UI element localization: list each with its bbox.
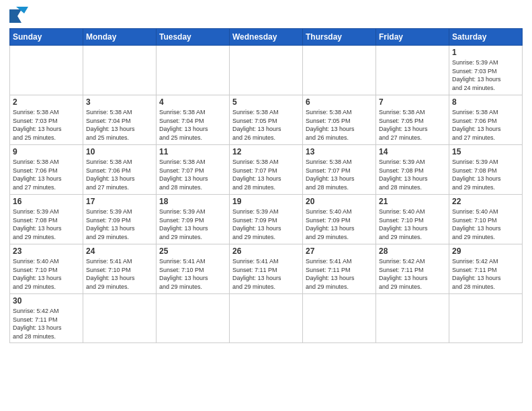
col-header-tuesday: Tuesday (157, 29, 230, 46)
calendar-cell (303, 46, 376, 95)
calendar-cell: 3Sunrise: 5:38 AM Sunset: 7:04 PM Daylig… (83, 95, 157, 145)
day-info: Sunrise: 5:38 AM Sunset: 7:04 PM Dayligh… (159, 108, 226, 142)
day-number: 5 (232, 97, 300, 107)
header (9, 7, 523, 24)
calendar-cell: 12Sunrise: 5:38 AM Sunset: 7:07 PM Dayli… (230, 145, 303, 195)
day-info: Sunrise: 5:38 AM Sunset: 7:06 PM Dayligh… (452, 108, 519, 142)
calendar-cell (449, 294, 523, 343)
day-info: Sunrise: 5:39 AM Sunset: 7:03 PM Dayligh… (452, 58, 519, 92)
col-header-monday: Monday (83, 29, 157, 46)
calendar-header-row: SundayMondayTuesdayWednesdayThursdayFrid… (10, 29, 523, 46)
calendar-cell: 7Sunrise: 5:38 AM Sunset: 7:05 PM Daylig… (376, 95, 449, 145)
day-number: 21 (379, 197, 446, 206)
day-number: 26 (232, 246, 300, 256)
col-header-friday: Friday (376, 29, 449, 46)
calendar-cell: 17Sunrise: 5:39 AM Sunset: 7:09 PM Dayli… (83, 195, 157, 244)
calendar-cell: 1Sunrise: 5:39 AM Sunset: 7:03 PM Daylig… (449, 46, 523, 95)
calendar-cell: 8Sunrise: 5:38 AM Sunset: 7:06 PM Daylig… (449, 95, 523, 145)
day-info: Sunrise: 5:42 AM Sunset: 7:11 PM Dayligh… (13, 307, 80, 340)
day-number: 6 (306, 97, 373, 107)
day-number: 8 (452, 97, 519, 107)
week-row-1: 2Sunrise: 5:38 AM Sunset: 7:03 PM Daylig… (10, 95, 523, 145)
day-number: 17 (86, 197, 153, 206)
day-number: 11 (159, 147, 226, 156)
day-number: 23 (13, 246, 80, 256)
col-header-wednesday: Wednesday (230, 29, 303, 46)
day-number: 24 (86, 246, 153, 256)
calendar-cell: 6Sunrise: 5:38 AM Sunset: 7:05 PM Daylig… (303, 95, 376, 145)
day-info: Sunrise: 5:42 AM Sunset: 7:11 PM Dayligh… (452, 257, 519, 291)
logo (9, 7, 32, 24)
calendar-cell: 29Sunrise: 5:42 AM Sunset: 7:11 PM Dayli… (449, 244, 523, 294)
day-info: Sunrise: 5:38 AM Sunset: 7:06 PM Dayligh… (13, 158, 80, 191)
day-info: Sunrise: 5:39 AM Sunset: 7:09 PM Dayligh… (86, 208, 153, 241)
calendar-cell (230, 46, 303, 95)
day-number: 1 (452, 48, 519, 57)
calendar-cell: 27Sunrise: 5:41 AM Sunset: 7:11 PM Dayli… (303, 244, 376, 294)
day-number: 18 (159, 197, 226, 206)
day-info: Sunrise: 5:38 AM Sunset: 7:05 PM Dayligh… (379, 108, 446, 142)
day-info: Sunrise: 5:39 AM Sunset: 7:08 PM Dayligh… (452, 158, 519, 191)
day-info: Sunrise: 5:38 AM Sunset: 7:06 PM Dayligh… (86, 158, 153, 191)
day-number: 14 (379, 147, 446, 156)
day-number: 19 (232, 197, 300, 206)
calendar-cell: 2Sunrise: 5:38 AM Sunset: 7:03 PM Daylig… (10, 95, 83, 145)
calendar-cell (83, 46, 157, 95)
calendar-cell (376, 294, 449, 343)
day-number: 20 (306, 197, 373, 206)
day-number: 16 (13, 197, 80, 206)
calendar-cell: 28Sunrise: 5:42 AM Sunset: 7:11 PM Dayli… (376, 244, 449, 294)
calendar-cell (10, 46, 83, 95)
calendar-cell: 15Sunrise: 5:39 AM Sunset: 7:08 PM Dayli… (449, 145, 523, 195)
calendar-cell: 21Sunrise: 5:40 AM Sunset: 7:10 PM Dayli… (376, 195, 449, 244)
calendar-cell: 24Sunrise: 5:41 AM Sunset: 7:10 PM Dayli… (83, 244, 157, 294)
day-info: Sunrise: 5:41 AM Sunset: 7:11 PM Dayligh… (306, 257, 373, 291)
day-info: Sunrise: 5:38 AM Sunset: 7:05 PM Dayligh… (232, 108, 300, 142)
day-info: Sunrise: 5:38 AM Sunset: 7:05 PM Dayligh… (306, 108, 373, 142)
day-number: 15 (452, 147, 519, 156)
calendar-cell: 22Sunrise: 5:40 AM Sunset: 7:10 PM Dayli… (449, 195, 523, 244)
calendar-cell (157, 46, 230, 95)
day-number: 29 (452, 246, 519, 256)
day-number: 9 (13, 147, 80, 156)
calendar-cell: 11Sunrise: 5:38 AM Sunset: 7:07 PM Dayli… (157, 145, 230, 195)
day-info: Sunrise: 5:38 AM Sunset: 7:04 PM Dayligh… (86, 108, 153, 142)
day-info: Sunrise: 5:41 AM Sunset: 7:10 PM Dayligh… (159, 257, 226, 291)
day-number: 30 (13, 296, 80, 306)
col-header-saturday: Saturday (449, 29, 523, 46)
calendar-cell (83, 294, 157, 343)
day-info: Sunrise: 5:41 AM Sunset: 7:10 PM Dayligh… (86, 257, 153, 291)
day-info: Sunrise: 5:39 AM Sunset: 7:09 PM Dayligh… (159, 208, 226, 241)
week-row-3: 16Sunrise: 5:39 AM Sunset: 7:08 PM Dayli… (10, 195, 523, 244)
calendar-cell: 30Sunrise: 5:42 AM Sunset: 7:11 PM Dayli… (10, 294, 83, 343)
day-number: 28 (379, 246, 446, 256)
day-info: Sunrise: 5:40 AM Sunset: 7:10 PM Dayligh… (13, 257, 80, 291)
calendar-table: SundayMondayTuesdayWednesdayThursdayFrid… (9, 28, 523, 343)
page: SundayMondayTuesdayWednesdayThursdayFrid… (0, 0, 532, 350)
calendar-cell: 10Sunrise: 5:38 AM Sunset: 7:06 PM Dayli… (83, 145, 157, 195)
day-info: Sunrise: 5:39 AM Sunset: 7:08 PM Dayligh… (379, 158, 446, 191)
day-number: 7 (379, 97, 446, 107)
svg-marker-0 (9, 9, 21, 24)
calendar-cell: 14Sunrise: 5:39 AM Sunset: 7:08 PM Dayli… (376, 145, 449, 195)
calendar-cell: 25Sunrise: 5:41 AM Sunset: 7:10 PM Dayli… (157, 244, 230, 294)
day-info: Sunrise: 5:38 AM Sunset: 7:07 PM Dayligh… (159, 158, 226, 191)
day-number: 3 (86, 97, 153, 107)
week-row-4: 23Sunrise: 5:40 AM Sunset: 7:10 PM Dayli… (10, 244, 523, 294)
day-number: 4 (159, 97, 226, 107)
calendar-cell: 26Sunrise: 5:41 AM Sunset: 7:11 PM Dayli… (230, 244, 303, 294)
day-info: Sunrise: 5:38 AM Sunset: 7:07 PM Dayligh… (232, 158, 300, 191)
day-info: Sunrise: 5:41 AM Sunset: 7:11 PM Dayligh… (232, 257, 300, 291)
day-number: 22 (452, 197, 519, 206)
day-number: 2 (13, 97, 80, 107)
day-info: Sunrise: 5:39 AM Sunset: 7:09 PM Dayligh… (232, 208, 300, 241)
calendar-cell: 13Sunrise: 5:38 AM Sunset: 7:07 PM Dayli… (303, 145, 376, 195)
day-info: Sunrise: 5:40 AM Sunset: 7:09 PM Dayligh… (306, 208, 373, 241)
logo-icon (9, 7, 30, 24)
day-number: 27 (306, 246, 373, 256)
calendar-cell: 16Sunrise: 5:39 AM Sunset: 7:08 PM Dayli… (10, 195, 83, 244)
col-header-thursday: Thursday (303, 29, 376, 46)
calendar-cell: 18Sunrise: 5:39 AM Sunset: 7:09 PM Dayli… (157, 195, 230, 244)
calendar-cell: 9Sunrise: 5:38 AM Sunset: 7:06 PM Daylig… (10, 145, 83, 195)
calendar-cell: 23Sunrise: 5:40 AM Sunset: 7:10 PM Dayli… (10, 244, 83, 294)
